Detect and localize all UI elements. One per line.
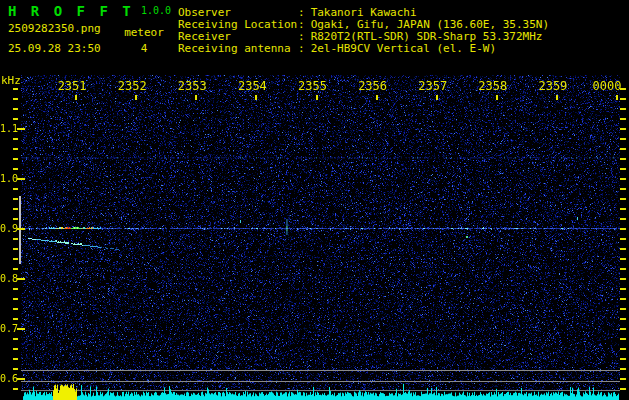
freq-label: 0.9 [0,223,18,234]
time-label: 2356 [358,79,387,93]
freq-minor-tick [13,348,18,350]
freq-tick-right [620,288,626,290]
frequency-unit-label: kHz [1,74,21,87]
freq-label: 0.6 [0,373,18,384]
info-value: Ogaki, Gifu, JAPAN (136.60E, 35.35N) [311,18,549,30]
freq-minor-tick [13,248,18,250]
colon: : [298,18,305,30]
freq-minor-tick [13,168,18,170]
info-value: Takanori Kawachi [311,6,417,18]
time-tick [195,95,197,100]
freq-minor-tick [13,188,18,190]
info-row-receiver: Receiver:R820T2(RTL-SDR) SDR-Sharp 53.37… [178,30,542,42]
time-tick [376,95,378,100]
freq-minor-tick [13,218,18,220]
freq-minor-tick [13,118,18,120]
meteor-count: 4 [124,42,164,55]
freq-minor-tick [13,388,18,390]
freq-tick-right [620,308,626,310]
time-label: 2353 [178,79,207,93]
colon: : [298,42,305,54]
freq-label: 1.1 [0,123,18,134]
freq-tick-right [620,188,626,190]
freq-major-tick [17,178,25,180]
time-tick [135,95,137,100]
time-label: 2354 [238,79,267,93]
freq-tick-right [620,228,626,230]
freq-tick-right [620,98,626,100]
freq-major-tick [17,228,25,230]
freq-minor-tick [13,148,18,150]
freq-minor-tick [13,288,18,290]
freq-tick-right [620,358,626,360]
freq-minor-tick [13,368,18,370]
freq-tick-right [620,158,626,160]
time-label: 0000 [593,79,622,93]
freq-tick-right [620,268,626,270]
freq-tick-right [620,368,626,370]
freq-minor-tick [13,358,18,360]
app-version: 1.0.0 [141,5,171,16]
freq-tick-right [620,168,626,170]
freq-tick-right [620,338,626,340]
freq-tick-right [620,258,626,260]
info-row-observer: Observer:Takanori Kawachi [178,6,417,18]
freq-tick-right [620,208,626,210]
time-tick [316,95,318,100]
info-row-location: Receiving Location:Ogaki, Gifu, JAPAN (1… [178,18,549,30]
info-value: 2el-HB9CV Vertical (el. E-W) [311,42,496,54]
time-label: 2358 [478,79,507,93]
mode-label: meteor [124,26,164,39]
freq-minor-tick [13,88,18,90]
freq-tick-right [620,278,626,280]
freq-tick-right [620,348,626,350]
info-label: Receiver [178,30,298,42]
freq-tick-right [620,298,626,300]
info-label: Receiving Location [178,18,298,30]
counting-band-marker [19,196,21,264]
info-label: Receiving antenna [178,42,298,54]
info-label: Observer [178,6,298,18]
freq-minor-tick [13,298,18,300]
time-label: 2352 [118,79,147,93]
time-label: 2359 [538,79,567,93]
colon: : [298,6,305,18]
freq-label: 0.7 [0,323,18,334]
freq-tick-right [620,388,626,390]
time-label: 2357 [418,79,447,93]
freq-tick-right [620,218,626,220]
time-tick [255,95,257,100]
freq-minor-tick [13,308,18,310]
freq-tick-right [620,128,626,130]
freq-minor-tick [13,138,18,140]
freq-tick-right [620,178,626,180]
spectrogram-canvas [21,75,620,400]
capture-timestamp: 25.09.28 23:50 [8,42,101,55]
freq-minor-tick [13,198,18,200]
freq-major-tick [17,378,25,380]
freq-minor-tick [13,258,18,260]
app-title: H R O F F T [8,3,134,19]
freq-major-tick [17,128,25,130]
freq-minor-tick [13,338,18,340]
freq-tick-right [620,148,626,150]
time-tick [496,95,498,100]
time-label: 2351 [58,79,87,93]
time-tick [616,95,618,100]
freq-minor-tick [13,318,18,320]
freq-tick-right [620,318,626,320]
freq-tick-right [620,378,626,380]
freq-label: 1.0 [0,173,18,184]
colon: : [298,30,305,42]
freq-major-tick [17,278,25,280]
time-tick [436,95,438,100]
time-label: 2355 [298,79,327,93]
freq-major-tick [17,328,25,330]
freq-minor-tick [13,98,18,100]
time-tick [75,95,77,100]
info-value: R820T2(RTL-SDR) SDR-Sharp 53.372MHz [311,30,543,42]
freq-minor-tick [13,268,18,270]
freq-minor-tick [13,108,18,110]
hrofft-screen: H R O F F T 1.0.0 2509282350.png meteor … [0,0,629,400]
freq-minor-tick [13,238,18,240]
